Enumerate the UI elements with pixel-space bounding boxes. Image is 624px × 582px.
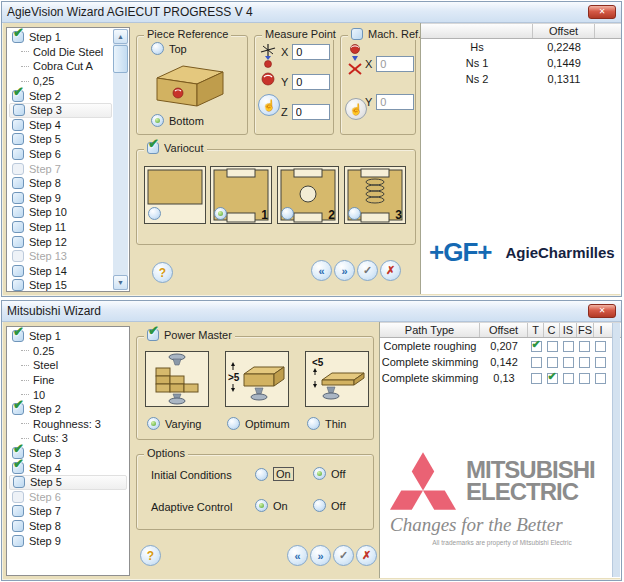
radio-optimum[interactable] bbox=[227, 417, 240, 430]
power-master-checkbox[interactable]: ✔ bbox=[147, 329, 159, 341]
flag-checkbox[interactable]: ✔ bbox=[547, 373, 558, 384]
step-item[interactable]: Step 10 bbox=[9, 205, 112, 220]
step-item[interactable]: Step 12 bbox=[9, 234, 112, 249]
radio-ac-on[interactable] bbox=[255, 499, 268, 512]
offset-table-row[interactable]: Hs0,2248 bbox=[421, 39, 621, 55]
flag-checkbox[interactable] bbox=[579, 357, 590, 368]
step-checkbox[interactable] bbox=[12, 192, 24, 204]
step-item[interactable]: Step 6 bbox=[9, 147, 112, 162]
power-optimum-radio[interactable]: Optimum bbox=[227, 417, 290, 430]
step-checkbox[interactable] bbox=[12, 279, 24, 291]
step-item[interactable]: Step 3 bbox=[9, 103, 112, 118]
flag-checkbox[interactable] bbox=[563, 357, 574, 368]
flag-checkbox[interactable] bbox=[563, 373, 574, 384]
step-item[interactable]: Step 9 bbox=[9, 533, 127, 548]
flag-checkbox[interactable] bbox=[531, 357, 542, 368]
variocut-tile-2[interactable]: 2 bbox=[277, 166, 339, 224]
step-checkbox[interactable] bbox=[12, 520, 24, 532]
path-table-row[interactable]: Complete skimming0,142 bbox=[380, 354, 621, 370]
step-checkbox[interactable] bbox=[12, 250, 24, 262]
step-checkbox[interactable] bbox=[12, 491, 24, 503]
power-thin-tile[interactable]: <5 bbox=[305, 351, 369, 407]
step-item[interactable]: Step 5 bbox=[9, 132, 112, 147]
scrollbar-thumb[interactable] bbox=[113, 45, 128, 73]
measure-x-input[interactable] bbox=[292, 44, 330, 60]
step-item[interactable]: Step 15 bbox=[9, 278, 112, 292]
step-item[interactable]: ✔Step 2 bbox=[9, 402, 127, 417]
flag-checkbox[interactable] bbox=[531, 373, 542, 384]
close-icon[interactable]: ✕ bbox=[588, 304, 616, 318]
agie-step-scrollbar[interactable]: ▲ ▼ bbox=[113, 29, 128, 290]
step-item[interactable]: Step 14 bbox=[9, 264, 112, 279]
step-item[interactable]: Step 7 bbox=[9, 504, 127, 519]
power-thin-radio[interactable]: Thin bbox=[307, 417, 346, 430]
step-checkbox[interactable]: ✔ bbox=[12, 462, 24, 474]
step-checkbox[interactable] bbox=[13, 104, 25, 116]
step-checkbox[interactable] bbox=[12, 265, 24, 277]
step-checkbox[interactable] bbox=[12, 177, 24, 189]
step-item[interactable]: Step 5 bbox=[9, 475, 127, 490]
step-checkbox[interactable] bbox=[12, 163, 24, 175]
path-table-row[interactable]: Complete skimming0,13✔ bbox=[380, 370, 621, 386]
step-item[interactable]: Step 7 bbox=[9, 161, 112, 176]
confirm-button[interactable]: ✓ bbox=[357, 260, 378, 281]
step-item[interactable]: Step 8 bbox=[9, 176, 112, 191]
variocut-radio-0[interactable] bbox=[148, 207, 161, 220]
forward-button[interactable]: » bbox=[334, 260, 355, 281]
step-item[interactable]: ✔Step 2 bbox=[9, 88, 112, 103]
offset-table-row[interactable]: Ns 20,1311 bbox=[421, 71, 621, 87]
variocut-tile-1[interactable]: 1 bbox=[210, 166, 272, 224]
radio-ac-off[interactable] bbox=[313, 499, 326, 512]
measure-y-input[interactable] bbox=[292, 74, 330, 90]
flag-checkbox[interactable] bbox=[547, 341, 558, 352]
flag-checkbox[interactable] bbox=[579, 341, 590, 352]
cancel-button[interactable]: ✗ bbox=[380, 260, 401, 281]
radio-varying[interactable] bbox=[147, 417, 160, 430]
step-checkbox[interactable] bbox=[12, 236, 24, 248]
power-varying-tile[interactable] bbox=[145, 351, 209, 407]
step-checkbox[interactable]: ✔ bbox=[12, 90, 24, 102]
confirm-button[interactable]: ✓ bbox=[333, 545, 354, 566]
step-item[interactable]: Step 11 bbox=[9, 220, 112, 235]
path-table-row[interactable]: Complete roughing0,207✔ bbox=[380, 338, 621, 354]
forward-button[interactable]: » bbox=[310, 545, 331, 566]
close-icon[interactable]: ✕ bbox=[588, 5, 616, 19]
measure-z-input[interactable] bbox=[292, 104, 330, 120]
adaptive-control-off[interactable]: Off bbox=[313, 499, 345, 512]
mach-ref-checkbox[interactable] bbox=[351, 28, 363, 40]
step-item[interactable]: ✔Step 1 bbox=[9, 329, 127, 344]
step-item[interactable]: ✔Step 3 bbox=[9, 446, 127, 461]
flag-checkbox[interactable] bbox=[595, 357, 606, 368]
scroll-down-icon[interactable]: ▼ bbox=[113, 275, 128, 290]
manual-measure-button[interactable]: ☝ bbox=[258, 94, 280, 116]
step-item[interactable]: Step 9 bbox=[9, 191, 112, 206]
offset-table-row[interactable]: Ns 10,1449 bbox=[421, 55, 621, 71]
step-item[interactable]: Step 4 bbox=[9, 118, 112, 133]
radio-bottom[interactable] bbox=[151, 114, 164, 127]
step-checkbox[interactable] bbox=[12, 535, 24, 547]
variocut-radio-3[interactable] bbox=[348, 207, 361, 220]
flag-checkbox[interactable] bbox=[595, 341, 606, 352]
variocut-radio-2[interactable] bbox=[281, 207, 294, 220]
step-checkbox[interactable] bbox=[12, 148, 24, 160]
variocut-radio-1[interactable] bbox=[214, 207, 227, 220]
cancel-button[interactable]: ✗ bbox=[356, 545, 377, 566]
step-checkbox[interactable] bbox=[12, 221, 24, 233]
radio-top[interactable] bbox=[151, 42, 164, 55]
initial-conditions-off[interactable]: Off bbox=[313, 467, 345, 480]
step-checkbox[interactable]: ✔ bbox=[12, 330, 24, 342]
variocut-checkbox[interactable]: ✔ bbox=[147, 142, 159, 154]
back-button[interactable]: « bbox=[287, 545, 308, 566]
step-checkbox[interactable] bbox=[12, 505, 24, 517]
agie-titlebar[interactable]: AgieVision Wizard AGIECUT PROGRESS V 4 ✕ bbox=[2, 2, 621, 23]
step-checkbox[interactable] bbox=[12, 206, 24, 218]
step-checkbox[interactable]: ✔ bbox=[12, 403, 24, 415]
variocut-tile-plain[interactable] bbox=[144, 166, 206, 224]
flag-checkbox[interactable] bbox=[563, 341, 574, 352]
power-optimum-tile[interactable]: >5 bbox=[225, 351, 289, 407]
flag-checkbox[interactable] bbox=[579, 373, 590, 384]
power-varying-radio[interactable]: Varying bbox=[147, 417, 201, 430]
flag-checkbox[interactable] bbox=[595, 373, 606, 384]
variocut-tile-3[interactable]: 3 bbox=[344, 166, 406, 224]
mits-titlebar[interactable]: Mitsubishi Wizard ✕ bbox=[2, 301, 621, 322]
